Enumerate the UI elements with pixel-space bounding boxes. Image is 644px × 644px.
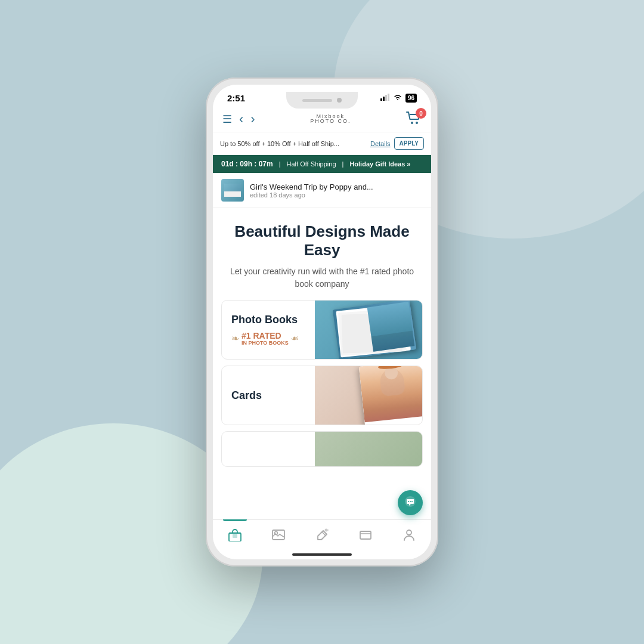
back-icon[interactable]: ‹ [239, 112, 243, 127]
product-card-third[interactable] [221, 431, 423, 467]
hero-subtitle: Let your creativity run wild with the #1… [225, 265, 419, 290]
project-subtitle: edited 18 days ago [250, 191, 373, 199]
product-cards: Photo Books ❧ #1 RATED IN PHOTO BOOKS ❧ [213, 300, 431, 467]
home-bar [292, 553, 352, 556]
svg-rect-12 [229, 532, 241, 534]
promo-text: Up to 50% off + 10% Off + Half off Ship.… [220, 140, 367, 147]
hero-section: Beautiful Designs Made Easy Let your cre… [213, 208, 431, 300]
svg-rect-17 [360, 531, 371, 539]
svg-point-5 [416, 122, 418, 124]
projects-icon [358, 528, 373, 545]
promo-banner: Up to 50% off + 10% Off + Half off Ship.… [213, 132, 431, 155]
signal-icon [380, 94, 390, 103]
phone-frame: 2:51 96 [206, 78, 438, 566]
nav-left: ☰ ‹ › [222, 112, 255, 127]
countdown-bar: 01d : 09h : 07m | Half Off Shipping | Ho… [213, 155, 431, 173]
nav-item-projects[interactable] [352, 526, 379, 547]
nav-item-shop[interactable] [222, 526, 248, 547]
project-info: Girl's Weekend Trip by Poppy and... edit… [250, 182, 373, 199]
create-icon [315, 528, 329, 545]
recent-project-item[interactable]: Girl's Weekend Trip by Poppy and... edit… [213, 173, 431, 208]
menu-icon[interactable]: ☰ [222, 113, 232, 126]
forward-icon[interactable]: › [250, 112, 255, 127]
badge-content: #1 RATED IN PHOTO BOOKS [242, 331, 289, 346]
cards-label: Cards [231, 389, 413, 402]
nav-item-create[interactable] [309, 526, 335, 547]
project-title: Girl's Weekend Trip by Poppy and... [250, 182, 373, 191]
nav-right: 0 [406, 112, 422, 127]
nav-header: ☰ ‹ › Mixbook PHOTO CO. 0 [213, 107, 431, 132]
product-card-cards[interactable]: Cards [221, 366, 423, 425]
photo-books-label: Photo Books [231, 314, 413, 326]
project-thumbnail [221, 179, 244, 202]
svg-point-16 [327, 530, 329, 531]
logo: Mixbook PHOTO CO. [310, 114, 351, 124]
countdown-separator: | [342, 160, 344, 168]
svg-rect-2 [385, 95, 387, 101]
cart-button[interactable]: 0 [406, 112, 422, 127]
badge-number: #1 RATED [242, 331, 289, 340]
svg-point-4 [411, 122, 413, 124]
svg-rect-11 [233, 534, 237, 538]
speaker [302, 99, 332, 102]
nav-item-photos[interactable] [265, 526, 292, 547]
cart-count: 0 [416, 108, 426, 119]
notch [286, 92, 358, 109]
countdown-timer: 01d : 09h : 07m [221, 160, 273, 168]
main-content: Girl's Weekend Trip by Poppy and... edit… [213, 173, 431, 519]
svg-point-7 [408, 501, 409, 502]
chat-button[interactable] [398, 490, 423, 515]
countdown-text: | [279, 160, 281, 168]
promo-apply-button[interactable]: APPLY [394, 137, 424, 150]
product-card-photo-books[interactable]: Photo Books ❧ #1 RATED IN PHOTO BOOKS ❧ [221, 300, 423, 360]
photo-books-badge: ❧ #1 RATED IN PHOTO BOOKS ❧ [231, 331, 413, 346]
svg-rect-3 [388, 94, 389, 101]
shop-icon [228, 528, 242, 545]
phone-screen: 2:51 96 [213, 85, 431, 559]
svg-point-19 [407, 530, 411, 535]
svg-point-9 [411, 501, 413, 502]
hero-title: Beautiful Designs Made Easy [225, 222, 419, 259]
svg-rect-0 [380, 98, 382, 101]
camera [337, 98, 342, 103]
account-icon [402, 528, 416, 545]
svg-point-8 [410, 501, 411, 502]
nav-item-account[interactable] [396, 526, 422, 547]
photos-icon [271, 528, 286, 545]
status-icons: 96 [380, 94, 417, 103]
badge-sub: IN PHOTO BOOKS [242, 340, 289, 346]
countdown-gift-link[interactable]: Holiday Gift Ideas » [349, 160, 410, 168]
svg-rect-1 [383, 97, 385, 101]
promo-details-link[interactable]: Details [370, 140, 391, 147]
laurel-right: ❧ [291, 333, 299, 344]
laurel-left: ❧ [231, 333, 239, 344]
battery-badge: 96 [405, 94, 417, 103]
countdown-shipping-text: Half Off Shipping [287, 160, 336, 168]
wifi-icon [393, 94, 402, 103]
chat-icon [404, 496, 416, 510]
project-thumb-inner [224, 184, 241, 197]
status-time: 2:51 [227, 93, 245, 103]
